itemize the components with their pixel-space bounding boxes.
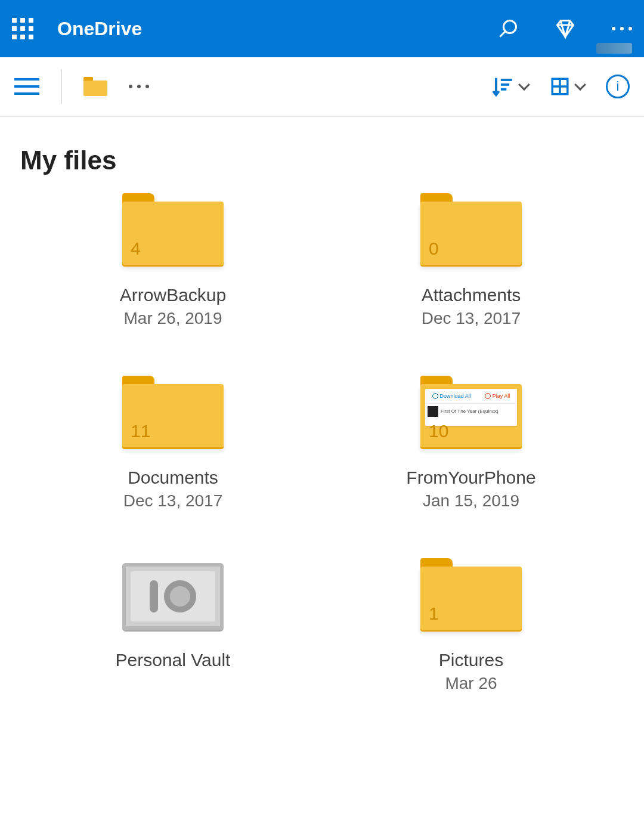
search-icon[interactable] [497,18,519,39]
account-avatar[interactable] [596,43,632,54]
folder-icon: 0 [420,193,522,265]
folder-item[interactable]: 4 ArrowBackup Mar 26, 2019 [24,193,322,328]
folder-item[interactable]: 0 Attachments Dec 13, 2017 [322,193,620,328]
files-grid: 4 ArrowBackup Mar 26, 2019 0 Attachments… [0,193,644,693]
item-name: Personal Vault [116,650,231,670]
folder-icon: Download All Play All First Of The Year … [420,376,522,447]
folder-icon [83,77,107,96]
sort-button[interactable] [491,75,528,98]
folder-preview-thumbnail: Download All Play All First Of The Year … [425,389,517,426]
folder-item[interactable]: 1 Pictures Mar 26 [322,558,620,693]
item-count: 1 [429,604,439,624]
item-date: Mar 26, 2019 [124,309,222,328]
app-header: OneDrive [0,0,644,57]
item-date: Dec 13, 2017 [123,491,223,510]
chevron-down-icon [574,79,586,91]
item-date: Mar 26 [445,674,497,693]
item-name: Documents [128,468,218,488]
item-date: Dec 13, 2017 [422,309,521,328]
folder-icon: 4 [122,193,224,265]
preview-track: First Of The Year (Equinox) [441,409,515,414]
app-launcher-icon[interactable] [12,18,33,39]
folder-icon: 1 [420,558,522,630]
preview-label: Play All [493,393,510,399]
svg-line-1 [500,32,506,37]
folder-item[interactable]: Download All Play All First Of The Year … [322,376,620,510]
item-name: Attachments [422,285,521,305]
divider [61,69,62,104]
chevron-down-icon [518,79,530,91]
item-count: 11 [131,421,150,441]
more-options-icon[interactable] [612,27,632,30]
svg-point-0 [504,21,516,33]
command-toolbar: i [0,57,644,117]
new-folder-button[interactable] [83,77,107,96]
brand-title: OneDrive [57,18,142,40]
vault-icon [122,563,224,630]
item-name: Pictures [439,650,503,670]
vault-item[interactable]: Personal Vault [24,558,322,693]
view-toggle-button[interactable] [550,76,584,97]
item-name: FromYourPhone [406,468,535,488]
premium-diamond-icon[interactable] [555,18,576,39]
preview-label: Download All [440,393,471,399]
menu-hamburger-icon[interactable] [14,78,39,95]
more-actions-icon[interactable] [129,85,149,88]
item-date: Jan 15, 2019 [423,491,519,510]
folder-item[interactable]: 11 Documents Dec 13, 2017 [24,376,322,510]
info-button[interactable]: i [606,75,630,98]
item-name: ArrowBackup [120,285,226,305]
page-title: My files [0,117,644,193]
item-count: 4 [131,239,141,259]
item-count: 0 [429,239,439,259]
item-count: 10 [429,421,448,441]
folder-icon: 11 [122,376,224,447]
